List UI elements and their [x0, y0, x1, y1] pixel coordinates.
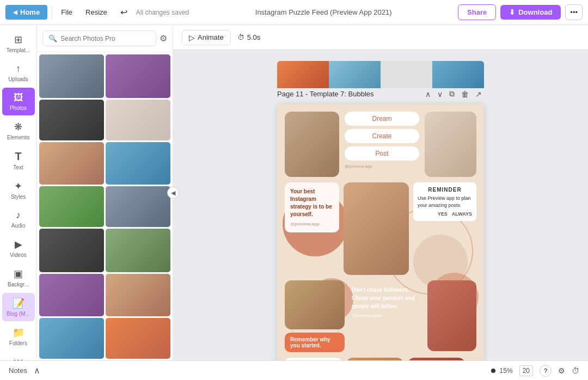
main-layout: ⊞ Templat... ↑ Uploads 🖼 Photos ❋ Elemen… [0, 25, 588, 360]
canvas-page[interactable]: Dream Create Post @preview.app Your best… [277, 104, 484, 360]
photo-item[interactable] [39, 100, 104, 140]
sidebar-item-blog[interactable]: 📝 Blog (M... [2, 293, 35, 321]
home-button[interactable]: Home [5, 5, 47, 20]
photo-item[interactable] [106, 274, 170, 316]
woman-orange-photo[interactable] [346, 358, 403, 360]
canvas-scroll[interactable]: Page 11 - Template 7: Bubbles ∧ ∨ ⧉ 🗑 ↗ [173, 50, 588, 360]
sidebar-label-background: Backgr... [8, 281, 29, 287]
saved-status: All changes saved [136, 9, 189, 16]
folders-icon: 📁 [13, 327, 24, 339]
page-delete-button[interactable]: 🗑 [459, 89, 471, 100]
photo-panel: 🔍 ⚙ [37, 25, 173, 360]
page-up-button[interactable]: ∧ [423, 89, 433, 100]
template-row-4: 5 Instagram tips: • Be yourself • Stay c… [277, 352, 484, 360]
photo-item[interactable] [106, 229, 170, 272]
photo-item[interactable] [106, 142, 170, 185]
dream-button[interactable]: Dream [345, 112, 419, 126]
sidebar-label-audio: Audio [11, 223, 26, 229]
help-button[interactable]: ? [540, 365, 552, 377]
sidebar-label-templates: Templat... [7, 47, 30, 53]
search-input-wrapper[interactable]: 🔍 [42, 30, 156, 46]
remember-card: Remember why you started. [285, 333, 345, 352]
page-controls: ∧ ∨ ⧉ 🗑 ↗ [423, 88, 484, 100]
more-options-button[interactable]: ••• [565, 4, 583, 20]
quote-handle: @preview.app [290, 221, 334, 227]
notes-toggle-button[interactable]: Notes [9, 366, 27, 375]
sidebar-item-videos[interactable]: ▶ Videos [2, 234, 35, 262]
photo-item[interactable] [39, 274, 104, 316]
page-nav-up-bottom[interactable]: ∧ [34, 365, 40, 376]
share-button[interactable]: Share [458, 4, 496, 20]
grid-icon: 20 [523, 367, 530, 375]
photo-item[interactable] [106, 318, 170, 359]
preview-strip [277, 61, 484, 88]
sidebar-label-blog: Blog (M... [7, 311, 30, 317]
photo-item[interactable] [39, 318, 104, 359]
animate-button[interactable]: ▷ Animate [182, 30, 231, 45]
resize-button[interactable]: Resize [81, 6, 112, 19]
sidebar-item-more[interactable]: ••• More [2, 352, 35, 360]
timer-bottom-button[interactable]: ⏱ [572, 366, 579, 375]
audio-icon: ♪ [16, 210, 21, 221]
page-down-button[interactable]: ∨ [435, 89, 445, 100]
sidebar-item-photos[interactable]: 🖼 Photos [2, 88, 35, 115]
animate-icon: ▷ [189, 33, 195, 42]
timer-icon: ⏱ [237, 33, 244, 41]
woman-dress-photo[interactable] [427, 280, 476, 351]
sidebar: ⊞ Templat... ↑ Uploads 🖼 Photos ❋ Elemen… [0, 25, 37, 360]
photo-item[interactable] [106, 186, 170, 227]
photo-item[interactable] [39, 229, 104, 272]
woman-laptop-photo[interactable] [425, 112, 476, 177]
sidebar-item-elements[interactable]: ❋ Elements [2, 117, 35, 145]
photo-item[interactable] [106, 54, 170, 98]
templates-icon: ⊞ [14, 34, 22, 46]
settings-button[interactable]: ⚙ [558, 366, 565, 375]
sidebar-label-videos: Videos [10, 252, 26, 258]
man-photo[interactable] [285, 280, 345, 329]
grid-view-button[interactable]: 20 [519, 365, 533, 376]
create-button[interactable]: Create [345, 129, 419, 143]
file-button[interactable]: File [57, 6, 77, 19]
timer-button[interactable]: ⏱ 5.0s [237, 33, 261, 41]
sidebar-item-text[interactable]: T Text [2, 146, 35, 175]
search-icon: 🔍 [48, 34, 57, 42]
sidebar-item-styles[interactable]: ✦ Styles [2, 176, 35, 204]
uploads-icon: ↑ [16, 63, 21, 75]
woman-red-dress-photo[interactable] [408, 358, 465, 360]
watermark-1: @preview.app [345, 164, 419, 169]
page11-label-row: Page 11 - Template 7: Bubbles ∧ ∨ ⧉ 🗑 ↗ [277, 88, 484, 100]
photo-item[interactable] [39, 186, 104, 227]
couple-photo[interactable] [285, 112, 339, 177]
dont-chase-area: Don't chase followers. Chase your passio… [349, 280, 423, 324]
reminder-always-btn[interactable]: ALWAYS [452, 211, 472, 217]
template-row-3: Remember why you started. Don't chase fo… [277, 275, 484, 352]
sidebar-label-styles: Styles [11, 194, 26, 200]
photo-item[interactable] [106, 100, 170, 140]
sidebar-item-uploads[interactable]: ↑ Uploads [2, 59, 35, 87]
photo-item[interactable] [39, 142, 104, 185]
panel-collapse-button[interactable]: ◀ [167, 187, 179, 199]
background-icon: ▣ [14, 268, 23, 280]
sidebar-item-folders[interactable]: 📁 Folders [2, 322, 35, 351]
sidebar-item-background[interactable]: ▣ Backgr... [2, 263, 35, 292]
woman-center-photo[interactable] [344, 182, 409, 275]
post-button[interactable]: Post [345, 146, 419, 161]
sidebar-item-templates[interactable]: ⊞ Templat... [2, 29, 35, 58]
sidebar-label-elements: Elements [7, 134, 30, 140]
reminder-yes-btn[interactable]: YES [438, 211, 448, 217]
download-icon: ⬇ [509, 8, 515, 16]
photo-item[interactable] [39, 54, 104, 98]
download-button[interactable]: ⬇ Download [500, 5, 561, 20]
bottom-bar: Notes ∧ 15% 20 ? ⚙ ⏱ [0, 360, 588, 380]
sidebar-label-folders: Folders [9, 340, 27, 346]
search-input[interactable] [60, 35, 150, 42]
filter-button[interactable]: ⚙ [160, 33, 167, 44]
page-more-button[interactable]: ↗ [473, 89, 484, 100]
page-copy-button[interactable]: ⧉ [447, 88, 457, 100]
search-bar: 🔍 ⚙ [37, 25, 173, 52]
undo-button[interactable]: ↩ [116, 5, 132, 20]
template-row-1: Dream Create Post @preview.app [277, 104, 484, 177]
sidebar-label-text: Text [13, 164, 23, 170]
sidebar-item-audio[interactable]: ♪ Audio [2, 205, 35, 233]
photo-grid [37, 52, 173, 360]
